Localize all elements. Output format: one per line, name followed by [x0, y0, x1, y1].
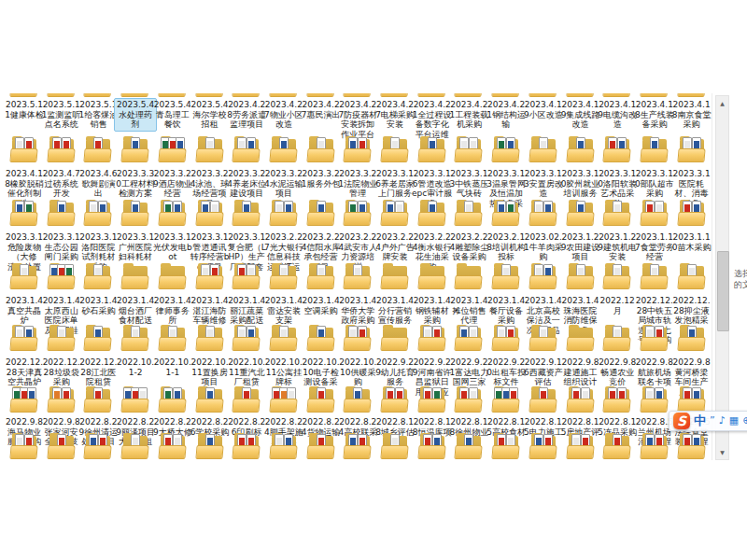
folder-label: 2023.4.19小区改造: [523, 99, 564, 120]
folder-label: 2022.9.8建通施工组织设计: [560, 357, 601, 388]
folder-icon: [678, 200, 706, 226]
folder-label: 2023.3.1光伏发电bot: [152, 231, 193, 263]
folder-icon: [344, 263, 372, 289]
folder-icon: [159, 263, 187, 289]
folder-icon: [196, 200, 224, 226]
folder-icon: [492, 136, 520, 162]
folder-icon: [455, 433, 483, 459]
folder-icon: [678, 136, 706, 162]
folder-icon: [418, 93, 446, 97]
folder-icon: [159, 200, 187, 226]
folder-icon: [159, 93, 187, 97]
folder-icon: [270, 93, 298, 97]
folder-label: 2023.5.11健康体检: [4, 99, 45, 120]
folder-icon: [567, 386, 595, 413]
folder-icon: [678, 386, 706, 413]
folder-label: 2023.1.4摊位销售代理: [448, 295, 489, 327]
folder-label: 2023.3.1广州医院妇科耗材: [115, 231, 156, 263]
folder-icon: [603, 93, 631, 97]
folder-icon: [603, 433, 631, 459]
folder-icon: [492, 263, 520, 289]
folder-label: 2023.1.4餐厅设备采购: [486, 295, 527, 327]
toolbox-icon[interactable]: ⊕: [742, 412, 747, 430]
folder-icon: [48, 136, 76, 162]
folder-icon: [10, 200, 38, 226]
folder-label: 2023.1.29建筑机电安装: [597, 231, 638, 263]
folder-icon: [196, 263, 224, 289]
folder-icon: [381, 263, 409, 289]
folder-icon: [678, 325, 706, 351]
folder-icon: [233, 386, 261, 413]
folder-label: 2023.4.19电缆沟改造: [597, 99, 638, 131]
folder-icon: [84, 93, 112, 97]
folder-icon: [307, 263, 335, 289]
folder-label: 2023.5.4青岛理工餐饮: [152, 99, 193, 131]
folder-label: 2023.1.17食堂劳务经营: [634, 231, 675, 263]
folder-icon: [381, 200, 409, 226]
folder-label: 2022.12.28垃圾袋采购: [41, 357, 82, 388]
folder-icon: [270, 136, 298, 162]
folder-label: 2023.3.24养老床位建设项目: [226, 168, 267, 200]
punctuation-icon[interactable]: ”: [710, 412, 715, 430]
folder-icon: [344, 325, 372, 351]
ime-toolbar[interactable]: S 中 ”♪▦⊕: [669, 411, 747, 431]
scrollbar-thumb[interactable]: [717, 251, 729, 331]
folder-icon: [603, 325, 631, 351]
folder-icon: [529, 325, 557, 351]
folder-label: 2023.3.13安置房改造: [523, 168, 564, 200]
folder-label: 2023.4.21工程装载机采购: [448, 99, 489, 131]
folder-icon: [10, 263, 38, 289]
preview-pane-message: 选择要预览的文件。: [734, 268, 747, 290]
folder-icon: [418, 200, 446, 226]
folder-label: 2023.4.6歌舞剧演出: [78, 168, 119, 200]
folder-icon: [121, 93, 149, 97]
folder-icon: [492, 433, 520, 459]
folder-icon: [641, 263, 669, 289]
folder-label: 2023.1.4空调采购: [301, 295, 342, 316]
folder-label: 2023.4.19集成线路改造: [560, 99, 601, 131]
folder-icon: [678, 263, 706, 289]
folder-icon: [641, 136, 669, 162]
folder-label: 2023.3.16养老居家上门服务: [374, 168, 416, 200]
folder-icon: [492, 200, 520, 226]
folder-label: 2022.12.28江北医院租赁: [78, 357, 119, 388]
folder-icon: [307, 386, 335, 413]
folder-label: 2023.4.18南京食堂采购: [671, 99, 712, 131]
folder-icon: [270, 433, 298, 459]
folder-icon: [567, 136, 595, 162]
folder-label: 2023.5.11给客煤油销售: [78, 99, 119, 131]
folder-icon: [641, 200, 669, 226]
folder-label: 2023.2.24雕塑除尘设备采购: [448, 231, 489, 263]
folder-label: 2023.1.10苗木采购: [671, 231, 712, 253]
sogou-logo-icon[interactable]: S: [673, 413, 690, 429]
keyboard-icon[interactable]: ▦: [729, 412, 739, 430]
voice-icon[interactable]: ♪: [719, 412, 726, 430]
folder-icon: [381, 386, 409, 413]
folder-icon: [492, 93, 520, 97]
vertical-scrollbar[interactable]: ▲ ▼: [715, 95, 729, 460]
folder-icon: [307, 136, 335, 162]
scroll-up-button[interactable]: ▲: [716, 96, 728, 110]
folder-icon: [529, 263, 557, 289]
folder-label: 2023.1.4分行营销宣传服务: [374, 295, 416, 327]
folder-icon: [233, 136, 261, 162]
folder-icon: [307, 433, 335, 459]
folder-label: 2023.1.29农田建设项目: [560, 231, 601, 263]
folder-icon: [344, 386, 372, 413]
folder-label: 2023.3.30工程材料检测方案: [115, 168, 156, 200]
folder-label: 2023.02.1牛羊肉采购: [523, 231, 564, 263]
folder-label: 2023.3.21服务外包: [301, 168, 342, 189]
folder-label: 2023.2.18培训机构投标: [486, 231, 527, 263]
ime-language-mode[interactable]: 中: [694, 413, 706, 429]
folder-label: 2023.3.21法院物业管理: [337, 168, 378, 200]
folder-icon: [418, 386, 446, 413]
folder-label: 2023.1.4律师事务所: [152, 295, 193, 327]
folder-icon: [159, 325, 187, 351]
folder-icon: [159, 136, 187, 162]
folder-icon: [418, 136, 446, 162]
pane-divider: [712, 93, 712, 460]
scroll-down-button[interactable]: ▼: [716, 445, 728, 459]
folder-icon: [641, 433, 669, 459]
folder-icon: [492, 325, 520, 351]
folder-label: 2023.1.4烟台酒厂食材配送: [115, 295, 156, 327]
